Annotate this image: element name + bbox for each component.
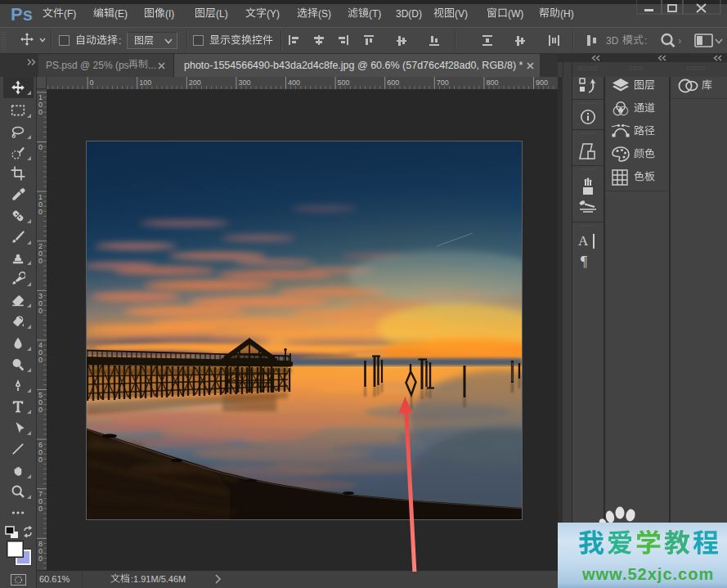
svg-text:0: 0 (38, 406, 43, 414)
svg-text:500: 500 (338, 79, 350, 87)
svg-text:800: 800 (486, 79, 498, 87)
svg-text:900: 900 (536, 79, 548, 87)
svg-text:0: 0 (38, 143, 43, 151)
svg-text:100: 100 (139, 79, 151, 87)
svg-text:0: 0 (38, 307, 43, 315)
svg-text:0: 0 (38, 554, 43, 563)
svg-text:0: 0 (38, 356, 43, 364)
svg-text:700: 700 (437, 79, 449, 87)
svg-text:0: 0 (38, 257, 43, 265)
svg-text:0: 0 (38, 505, 43, 513)
svg-text:200: 200 (189, 79, 201, 87)
svg-text:300: 300 (238, 79, 250, 87)
svg-text:400: 400 (288, 79, 300, 87)
svg-text:600: 600 (387, 79, 399, 87)
svg-text:0: 0 (38, 108, 43, 116)
svg-text:0: 0 (38, 456, 43, 464)
svg-text:0: 0 (90, 79, 94, 87)
svg-text:0: 0 (38, 208, 43, 216)
